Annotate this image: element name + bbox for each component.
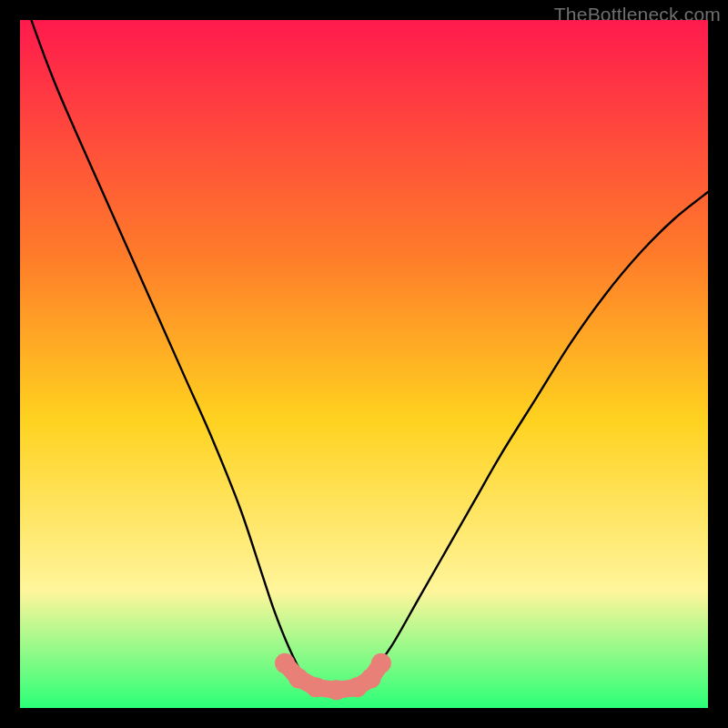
plot-area xyxy=(20,20,708,708)
gradient-background xyxy=(20,20,708,708)
marker-dot xyxy=(288,668,308,688)
chart-svg xyxy=(20,20,708,708)
marker-dot xyxy=(327,680,347,700)
marker-dot xyxy=(275,653,295,673)
chart-stage: TheBottleneck.com xyxy=(0,0,728,728)
marker-dot xyxy=(306,677,326,697)
marker-dot xyxy=(371,653,391,673)
